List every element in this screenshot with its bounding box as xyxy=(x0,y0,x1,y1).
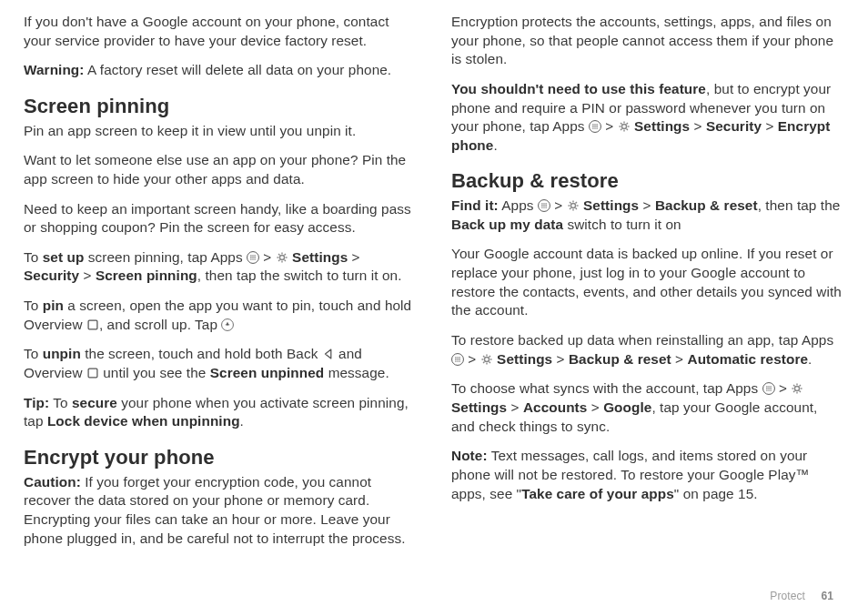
footer-section: Protect xyxy=(770,590,805,602)
heading-screen-pinning: Screen pinning xyxy=(24,93,417,120)
caution-paragraph: Caution: If you forget your encryption c… xyxy=(24,473,417,549)
paragraph-pin: To pin a screen, open the app you want t… xyxy=(24,297,417,334)
paragraph: To choose what syncs with the account, t… xyxy=(451,379,844,436)
gear-icon xyxy=(618,120,631,133)
paragraph: Encryption protects the accounts, settin… xyxy=(451,13,844,69)
page-footer: Protect 61 xyxy=(770,589,833,603)
apps-icon xyxy=(762,382,775,395)
warning-paragraph: Warning: A factory reset will delete all… xyxy=(24,61,417,80)
apps-icon xyxy=(247,251,259,264)
find-it-paragraph: Find it: Apps > Settings > Backup & rese… xyxy=(451,197,844,234)
right-column: Encryption protects the accounts, settin… xyxy=(451,13,844,607)
overview-icon xyxy=(86,318,99,331)
page: If you don't have a Google account on yo… xyxy=(0,0,868,616)
left-column: If you don't have a Google account on yo… xyxy=(24,13,417,607)
paragraph: Want to let someone else use an app on y… xyxy=(24,151,417,188)
note-paragraph: Note: Text messages, call logs, and item… xyxy=(451,447,844,503)
gear-icon xyxy=(791,382,803,395)
gear-icon xyxy=(480,353,493,366)
paragraph: Pin an app screen to keep it in view unt… xyxy=(24,122,417,141)
apps-icon xyxy=(538,199,550,212)
gear-icon xyxy=(567,199,580,212)
heading-encrypt: Encrypt your phone xyxy=(24,444,417,471)
page-number: 61 xyxy=(821,590,833,602)
apps-icon xyxy=(451,353,464,366)
back-icon xyxy=(322,348,335,360)
paragraph: Need to keep an important screen handy, … xyxy=(24,200,417,237)
paragraph-unpin: To unpin the screen, touch and hold both… xyxy=(24,345,417,382)
paragraph: If you don't have a Google account on yo… xyxy=(24,13,417,50)
heading-backup: Backup & restore xyxy=(451,167,844,195)
paragraph-setup-pinning: To set up screen pinning, tap Apps > Set… xyxy=(24,248,417,286)
paragraph: To restore backed up data when reinstall… xyxy=(451,331,844,369)
paragraph: You shouldn't need to use this feature, … xyxy=(451,80,844,156)
paragraph: Your Google account data is backed up on… xyxy=(451,245,844,320)
tip-paragraph: Tip: To secure your phone when you activ… xyxy=(24,394,417,431)
pin-icon xyxy=(221,318,234,331)
gear-icon xyxy=(276,251,288,264)
warning-label: Warning: xyxy=(24,62,85,77)
overview-icon xyxy=(86,367,99,379)
apps-icon xyxy=(589,120,601,133)
